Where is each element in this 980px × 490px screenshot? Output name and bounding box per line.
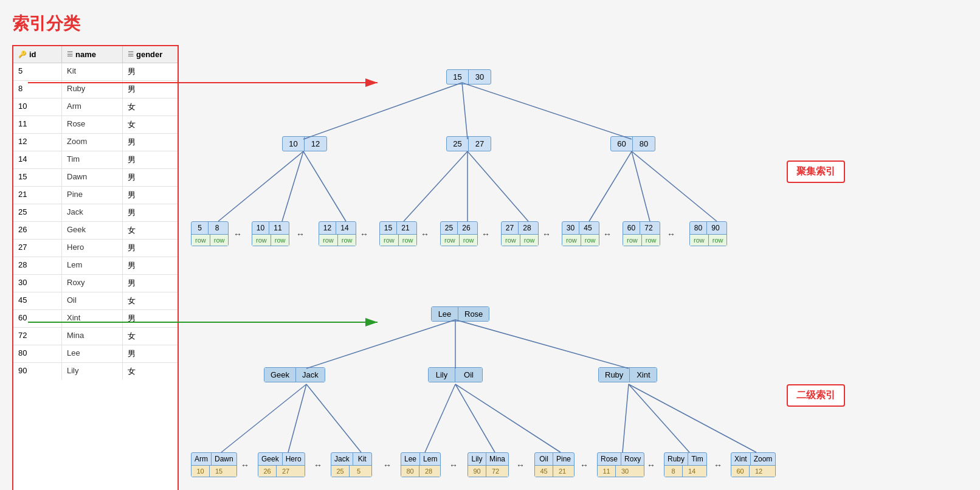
table-row: 28 Lem 男 [13, 257, 178, 275]
cell-name: Tim [62, 151, 123, 168]
cell-name: Oil [62, 292, 123, 309]
svg-line-24 [455, 384, 561, 452]
cell-name: Ruby [62, 81, 123, 98]
svg-line-21 [306, 384, 361, 452]
svg-line-15 [632, 151, 717, 221]
sec-leaf-arrow-6-7: ↔ [647, 460, 655, 470]
clustered-leaf-1: 10 11 row row [252, 221, 289, 246]
cell-gender: 男 [123, 81, 178, 98]
cell-id: 60 [13, 310, 62, 327]
clustered-l1-1: 25 27 [446, 136, 491, 151]
sec-leaf-arrow-5-6: ↔ [580, 460, 588, 470]
secondary-l1-0: Geek Jack [264, 367, 325, 382]
header-id: 🔑 id [13, 46, 62, 63]
sec-leaf-arrow-4-5: ↔ [516, 460, 525, 470]
clustered-leaf-3: 15 21 row row [379, 221, 417, 246]
cell-id: 72 [13, 328, 62, 345]
cell-id: 10 [13, 98, 62, 116]
table-row: 10 Arm 女 [13, 98, 178, 116]
secondary-l1-2: Ruby Xint [598, 367, 657, 382]
table-row: 30 Roxy 男 [13, 275, 178, 292]
table-row: 60 Xint 男 [13, 310, 178, 328]
svg-line-7 [218, 151, 303, 221]
sec-leaf-arrow-3-4: ↔ [449, 460, 458, 470]
cell-id: 80 [13, 345, 62, 362]
sec-leaf-1: Geek Hero 26 27 [258, 452, 305, 477]
cell-gender: 男 [123, 187, 178, 204]
cell-gender: 女 [123, 98, 178, 116]
root-val1: 15 [447, 70, 469, 84]
cell-name: Xint [62, 310, 123, 327]
clustered-root: 15 30 [446, 69, 491, 85]
cell-id: 90 [13, 363, 62, 380]
cell-name: Lem [62, 257, 123, 274]
secondary-root: Lee Rose [431, 306, 489, 322]
col-icon-gender: ☰ [128, 50, 134, 58]
sec-leaf-arrow-0-1: ↔ [241, 460, 249, 470]
cell-name: Pine [62, 187, 123, 204]
sec-leaf-6: Rose Roxy 11 30 [597, 452, 644, 477]
sec-leaf-4: Lily Mina 90 72 [468, 452, 509, 477]
cell-id: 5 [13, 63, 62, 80]
clustered-leaf-0: 5 8 row row [191, 221, 229, 246]
leaf-arrow-0-1: ↔ [233, 229, 242, 239]
cell-name: Geek [62, 222, 123, 239]
table-row: 11 Rose 女 [13, 116, 178, 134]
cell-id: 15 [13, 169, 62, 186]
cell-gender: 女 [123, 328, 178, 345]
cell-id: 27 [13, 240, 62, 257]
cell-name: Dawn [62, 169, 123, 186]
cell-id: 8 [13, 81, 62, 98]
cell-gender: 男 [123, 134, 178, 151]
sec-leaf-7: Ruby Tim 8 14 [664, 452, 707, 477]
clustered-leaf-6: 30 45 row row [562, 221, 599, 246]
svg-line-12 [468, 151, 528, 221]
root-val2: 30 [469, 70, 491, 84]
svg-line-6 [462, 83, 632, 139]
cell-name: Kit [62, 63, 123, 80]
cell-name: Lee [62, 345, 123, 362]
data-table: 🔑 id ☰ name ☰ gender 5 Kit 男 8 Ruby 男 10… [12, 45, 179, 490]
svg-line-25 [623, 384, 629, 452]
clustered-leaf-8: 80 90 row row [689, 221, 727, 246]
leaf-arrow-6-7: ↔ [603, 229, 612, 239]
cell-gender: 男 [123, 240, 178, 257]
svg-line-26 [629, 384, 689, 452]
sec-leaf-0: Arm Dawn 10 15 [191, 452, 237, 477]
col-icon-name: ☰ [67, 50, 73, 58]
cell-id: 14 [13, 151, 62, 168]
table-row: 14 Tim 男 [13, 151, 178, 169]
svg-line-27 [629, 384, 756, 452]
cell-gender: 女 [123, 363, 178, 380]
clustered-leaf-2: 12 14 row row [319, 221, 356, 246]
leaf-arrow-1-2: ↔ [296, 229, 305, 239]
table-row: 21 Pine 男 [13, 187, 178, 204]
diagram-area: 15 30 10 12 25 27 60 80 5 8 row row [191, 45, 957, 490]
table-body: 5 Kit 男 8 Ruby 男 10 Arm 女 11 Rose 女 12 Z… [13, 63, 178, 380]
table-row: 90 Lily 女 [13, 363, 178, 380]
table-row: 72 Mina 女 [13, 328, 178, 345]
cell-name: Arm [62, 98, 123, 116]
sec-leaf-8: Xint Zoom 60 12 [731, 452, 776, 477]
cell-name: Jack [62, 204, 123, 221]
svg-line-5 [462, 83, 468, 139]
svg-line-20 [288, 384, 306, 452]
svg-line-8 [282, 151, 303, 221]
clustered-leaf-7: 60 72 row row [623, 221, 660, 246]
cell-id: 45 [13, 292, 62, 309]
svg-line-9 [303, 151, 346, 221]
cell-id: 28 [13, 257, 62, 274]
cell-name: Roxy [62, 275, 123, 292]
svg-line-13 [589, 151, 632, 221]
table-row: 8 Ruby 男 [13, 81, 178, 98]
table-row: 5 Kit 男 [13, 63, 178, 81]
page-title: 索引分类 [12, 12, 968, 35]
main-container: 🔑 id ☰ name ☰ gender 5 Kit 男 8 Ruby 男 10… [12, 45, 968, 490]
table-row: 45 Oil 女 [13, 292, 178, 310]
leaf-arrow-4-5: ↔ [481, 229, 490, 239]
cell-name: Zoom [62, 134, 123, 151]
header-name: ☰ name [62, 46, 123, 63]
svg-line-10 [404, 151, 468, 221]
table-row: 26 Geek 女 [13, 222, 178, 240]
sec-leaf-2: Jack Kit 25 5 [331, 452, 372, 477]
